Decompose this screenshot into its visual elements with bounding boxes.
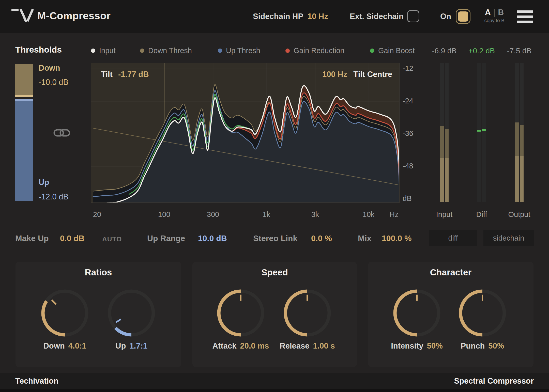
stereo-link-value[interactable]: 0.0 %: [311, 234, 332, 243]
topbar: M-Compressor Sidechain HP 10 Hz Ext. Sid…: [0, 0, 549, 33]
legend-dot-icon: [91, 49, 95, 53]
page-title: M-Compressor: [37, 10, 111, 22]
sidechain-hp-value[interactable]: 10 Hz: [308, 12, 328, 21]
spectrum-display[interactable]: Tilt-1.77 dB 100 HzTilt Centre: [91, 63, 400, 203]
y-axis-tick: -36: [403, 129, 413, 138]
down-threshold-bar[interactable]: [15, 64, 33, 97]
ab-b[interactable]: B: [498, 8, 504, 17]
x-axis-tick: 10k: [363, 210, 375, 219]
panel-title-character: Character: [368, 267, 533, 277]
down-label: Down: [39, 64, 60, 73]
ab-state[interactable]: A|B: [480, 8, 508, 17]
legend-item-label: Gain Boost: [378, 46, 415, 55]
x-axis-tick: Hz: [389, 210, 398, 219]
diff-meter-bar: [477, 63, 481, 202]
meter-label-input: Input: [436, 210, 453, 219]
legend-item-label: Up Thresh: [226, 46, 260, 55]
knob-value[interactable]: 50%: [488, 341, 504, 350]
meter-readout-output: -7.5 dB: [507, 46, 532, 55]
x-axis-tick: 3k: [311, 210, 319, 219]
y-axis-tick: -12: [403, 64, 413, 73]
auto-button[interactable]: AUTO: [102, 235, 122, 243]
knob-name: Attack: [212, 341, 237, 350]
diff-button[interactable]: diff: [429, 230, 477, 246]
m-compressor-window: M-Compressor Sidechain HP 10 Hz Ext. Sid…: [0, 0, 549, 392]
knob-value[interactable]: 1.7:1: [129, 341, 147, 350]
y-axis-tick: dB: [403, 194, 411, 203]
on-toggle[interactable]: [456, 9, 470, 24]
product-name: Spectral Compressor: [454, 373, 534, 389]
copy-to-b-button[interactable]: copy to B: [480, 18, 508, 23]
knob-value[interactable]: 1.00 s: [313, 341, 335, 350]
knob-name: Punch: [461, 341, 485, 350]
meter-readout-input: -6.9 dB: [432, 46, 457, 55]
diff-meter-bar: [482, 63, 486, 202]
knob-label-punch: Punch50%: [439, 341, 526, 351]
up-threshold-bar[interactable]: [15, 99, 33, 201]
knob-name: Up: [115, 341, 126, 350]
knob-intensity[interactable]: [391, 288, 442, 338]
ext-sidechain-checkbox[interactable]: [407, 10, 419, 22]
legend-dot-icon: [285, 49, 290, 53]
sidechain-button[interactable]: sidechain: [483, 230, 534, 246]
diff-meter-dash: [482, 129, 486, 131]
x-axis-tick: 100: [158, 210, 170, 219]
knob-value[interactable]: 4.0:1: [68, 341, 86, 350]
x-axis-tick: 20: [93, 210, 101, 219]
knob-release[interactable]: [282, 288, 333, 338]
knob-label-release: Release1.00 s: [264, 341, 350, 351]
menu-icon[interactable]: [517, 10, 533, 23]
mix-label: Mix: [358, 234, 371, 243]
y-axis-tick: -24: [403, 97, 413, 105]
up-range-value[interactable]: 10.0 dB: [198, 234, 227, 243]
spectrum-chart: [91, 63, 399, 202]
ab-a[interactable]: A: [485, 8, 491, 17]
link-icon[interactable]: [53, 127, 70, 138]
panel-title-ratios: Ratios: [16, 267, 181, 277]
knob-name: Release: [280, 341, 309, 350]
knob-label-up: Up1.7:1: [88, 341, 175, 351]
up-threshold-value[interactable]: -12.0 dB: [39, 192, 68, 201]
diff-meter-dash: [477, 130, 481, 132]
legend-item-gain-reduction: Gain Reduction: [285, 46, 344, 55]
tilt-label: Tilt: [101, 70, 113, 79]
legend-item-input: Input: [91, 46, 116, 55]
thresholds-title: Thresholds: [15, 45, 62, 55]
legend-item-label: Input: [99, 46, 116, 55]
ext-sidechain-label: Ext. Sidechain: [350, 12, 404, 21]
x-axis-tick: 1k: [263, 210, 270, 219]
make-up-label: Make Up: [15, 234, 49, 243]
on-label: On: [440, 12, 451, 21]
tilt-value[interactable]: -1.77 dB: [118, 70, 149, 79]
stereo-link-label: Stereo Link: [253, 234, 297, 243]
knob-pointer-icon: [116, 319, 121, 322]
knob-punch[interactable]: [457, 288, 508, 338]
make-up-value[interactable]: 0.0 dB: [60, 234, 84, 243]
up-range-label: Up Range: [147, 234, 185, 243]
mix-value[interactable]: 100.0 %: [382, 234, 411, 243]
down-threshold-edge: [15, 95, 33, 97]
legend-item-label: Down Thresh: [148, 46, 192, 55]
x-axis-tick: 300: [207, 210, 219, 219]
on-toggle-fill: [458, 11, 468, 22]
techivation-logo-icon: [11, 8, 35, 23]
knob-attack[interactable]: [215, 288, 266, 338]
legend-item-down-thresh: Down Thresh: [140, 46, 192, 55]
ab-selector[interactable]: A|B copy to B: [480, 8, 508, 23]
legend-item-label: Gain Reduction: [294, 46, 344, 55]
meter-readout-diff: +0.2 dB: [468, 46, 495, 55]
legend-item-up-thresh: Up Thresh: [218, 46, 260, 55]
sidechain-hp-label: Sidechain HP: [253, 12, 303, 21]
panel-title-speed: Speed: [192, 267, 357, 277]
down-threshold-value[interactable]: -10.0 dB: [39, 78, 68, 87]
meter-label-diff: Diff: [476, 210, 487, 219]
input-meter-bar: [445, 63, 449, 202]
legend-dot-icon: [218, 49, 222, 53]
knob-down[interactable]: [39, 288, 90, 338]
knob-pointer-icon: [52, 300, 56, 304]
output-meter-bar: [520, 63, 524, 202]
legend-item-gain-boost: Gain Boost: [370, 46, 415, 55]
tilt-centre-value[interactable]: 100 Hz: [322, 70, 347, 79]
knob-up[interactable]: [106, 288, 157, 338]
legend-dot-icon: [370, 49, 374, 53]
